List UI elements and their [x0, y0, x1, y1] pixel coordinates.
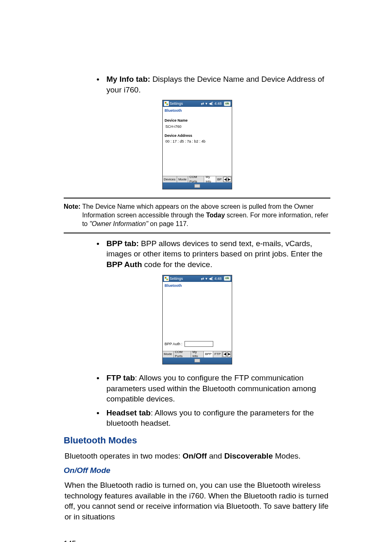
device-address-label: Device Address [165, 133, 230, 138]
section-bluetooth-modes: Bluetooth Modes [64, 434, 330, 447]
windows-flag-icon [165, 102, 168, 105]
bpp-auth-row: BPP Auth : [165, 341, 230, 349]
ftp-label: FTP tab [106, 374, 135, 382]
bullet-bpp: BPP tab: BPP allows devices to send text… [97, 238, 330, 270]
softkey-bar-2 [163, 357, 232, 364]
titlebar-title: Settings [170, 101, 183, 106]
bullet-ftp: FTP tab: Allows you to configure the FTP… [97, 373, 330, 404]
subheader-2: Bluetooth [163, 282, 232, 289]
note-ref-italic: "Owner Information" [90, 220, 148, 227]
modes-disc-bold: Discoverable [224, 452, 273, 460]
time-label-2: 4:48 [214, 276, 222, 281]
tab2-ftp: FTP [213, 351, 222, 357]
status-icons: ⇄ ▾ ◀ξ 4:48 ok [201, 101, 231, 106]
start-icon [164, 101, 169, 106]
ftp-text: : Allows you to configure the FTP commun… [106, 374, 316, 403]
bullet-myinfo: My Info tab: Displays the Device Name an… [97, 74, 330, 95]
subheader: Bluetooth [163, 107, 232, 114]
titlebar: Settings ⇄ ▾ ◀ξ 4:48 ok [163, 100, 232, 107]
bullet-list-3: FTP tab: Allows you to configure the FTP… [64, 373, 330, 429]
device-address-value: 00 : 17 : d5 : 7a : b2 : 4b [166, 139, 230, 144]
bullet-list-1: My Info tab: Displays the Device Name an… [64, 74, 330, 95]
time-label: 4:48 [214, 101, 222, 106]
connection-icon-2: ⇄ [201, 276, 204, 281]
tab-strip-2: Mode COM Ports My Info BPP FTP ◀ ▶ [163, 351, 232, 357]
tab2-bpp: BPP [204, 351, 213, 357]
note-text: The Device Name which appears on the abo… [82, 203, 330, 228]
titlebar-title-2: Settings [170, 276, 183, 281]
tab2-scroll-left-icon: ◀ [223, 352, 226, 357]
bullet-list-2: BPP tab: BPP allows devices to send text… [64, 238, 330, 270]
softkey-bar [163, 182, 232, 189]
note-label: Note: [64, 203, 81, 228]
note-rule-bottom [64, 233, 330, 233]
subsection-onoff: On/Off Mode [64, 465, 330, 476]
signal-icon: ▾ [205, 101, 208, 106]
modes-and: and [207, 452, 224, 460]
start-icon-2 [164, 276, 169, 281]
bpp-auth-bold: BPP Auth [106, 260, 142, 269]
note-today-bold: Today [206, 212, 225, 219]
bpp-text-1: BPP allows devices to send text, e-mails… [106, 239, 323, 258]
screenshot1-wrap: Settings ⇄ ▾ ◀ξ 4:48 ok Bluetooth Device… [64, 100, 330, 189]
tab-mode: Mode [177, 176, 188, 182]
tab2-comports: COM Ports [174, 351, 191, 357]
tab-comports: COM Ports [188, 176, 204, 182]
screenshot-myinfo: Settings ⇄ ▾ ◀ξ 4:48 ok Bluetooth Device… [162, 100, 232, 189]
screenshot2-wrap: Settings ⇄ ▾ ◀ξ 4:48 ok Bluetooth BPP Au… [64, 275, 330, 364]
tab-myinfo: My Info [204, 176, 216, 182]
tab-strip: Devices Mode COM Ports My Info BP ◀ ▶ [163, 176, 232, 182]
bullet-headset: Headset tab: Allows you to configure the… [97, 408, 330, 429]
note-text-3: on page 117. [148, 220, 189, 227]
volume-icon: ◀ξ [209, 101, 213, 106]
windows-flag-icon-2 [165, 277, 168, 280]
tab-bp: BP [216, 176, 223, 182]
bpp-auth-input [184, 341, 213, 347]
keyboard-icon-2 [194, 359, 200, 362]
tab-scroll-right-icon: ▶ [228, 177, 231, 182]
volume-icon-2: ◀ξ [209, 276, 213, 281]
onoff-para: When the Bluetooth radio is turned on, y… [65, 480, 330, 522]
myinfo-label: My Info tab: [106, 75, 150, 83]
ok-button: ok [224, 101, 230, 106]
keyboard-icon [194, 184, 200, 188]
modes-onoff-bold: On/Off [182, 452, 207, 460]
note-rule-top [64, 198, 330, 198]
headset-label: Headset tab [106, 408, 151, 417]
note-block: Note: The Device Name which appears on t… [64, 203, 330, 228]
bpp-auth-label: BPP Auth : [165, 341, 182, 346]
modes-para-1: Bluetooth operates in two modes: [65, 452, 182, 460]
ok-button-2: ok [224, 276, 230, 281]
status-icons-2: ⇄ ▾ ◀ξ 4:48 ok [201, 276, 231, 281]
tab2-scroll-right-icon: ▶ [227, 352, 231, 357]
device-name-label: Device Name [165, 118, 230, 123]
content-area-2: BPP Auth : [163, 289, 232, 351]
signal-icon-2: ▾ [205, 276, 208, 281]
bpp-text-2: code for the device. [142, 260, 212, 269]
tab-devices: Devices [163, 176, 177, 182]
tab-scroll-left-icon: ◀ [223, 177, 227, 182]
connection-icon: ⇄ [201, 101, 204, 106]
modes-intro: Bluetooth operates in two modes: On/Off … [65, 451, 330, 461]
tab2-myinfo: My Info [191, 351, 204, 357]
device-name-value: SCH-i760 [166, 124, 230, 129]
page-number: 145 [64, 539, 330, 542]
modes-para-2: Modes. [273, 452, 301, 460]
bpp-label: BPP tab: [106, 239, 139, 248]
titlebar-2: Settings ⇄ ▾ ◀ξ 4:48 ok [163, 275, 232, 282]
screenshot-bpp: Settings ⇄ ▾ ◀ξ 4:48 ok Bluetooth BPP Au… [162, 275, 232, 364]
tab2-mode: Mode [163, 351, 174, 357]
content-area: Device Name SCH-i760 Device Address 00 :… [163, 114, 232, 176]
